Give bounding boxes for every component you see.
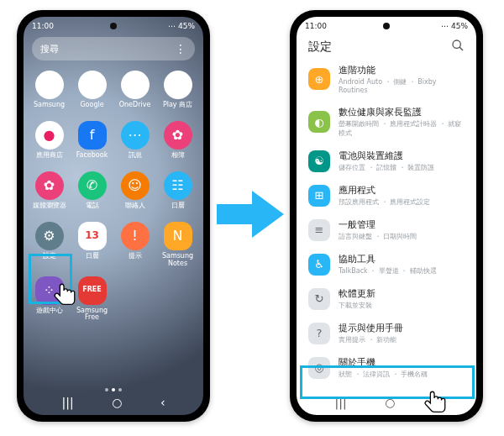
app-phone[interactable]: ✆電話 (71, 171, 113, 213)
home-button[interactable]: ○ (112, 396, 122, 409)
back-button[interactable]: ‹ (433, 396, 438, 409)
page-indicator (24, 388, 203, 391)
home-button[interactable]: ○ (385, 396, 395, 409)
search-bar[interactable]: 搜尋 ⋮ (32, 37, 195, 60)
app-grid: ▦Samsung ▦Google ☁OneDrive ▶Play 商店 ●應用商… (24, 66, 203, 323)
contact-icon: ☺ (121, 171, 150, 200)
flower-icon: ✿ (35, 171, 64, 200)
setting-advanced[interactable]: ⊕進階功能Android Auto ・ 側鍵 ・ Bixby Routines (300, 58, 473, 100)
app-galaxystore[interactable]: ●應用商店 (29, 121, 70, 163)
app-onedrive[interactable]: ☁OneDrive (114, 71, 155, 113)
general-icon: ≡ (308, 219, 330, 241)
app-samsungfree[interactable]: FREESamsung Free (71, 276, 113, 323)
svg-point-0 (453, 40, 460, 48)
search-placeholder: 搜尋 (40, 43, 59, 55)
tips-icon: ? (308, 323, 330, 344)
app-calendar[interactable]: 13日曆 (71, 222, 113, 268)
app-samsung[interactable]: ▦Samsung (29, 71, 70, 113)
setting-general[interactable]: ≡一般管理語言與鍵盤 ・ 日期與時間 (300, 213, 473, 247)
free-icon: FREE (78, 276, 107, 305)
folder-icon: ▦ (78, 71, 107, 99)
setting-tips[interactable]: ?提示與使用手冊實用提示 ・ 新功能 (300, 316, 473, 350)
app-messages[interactable]: ⋯訊息 (114, 121, 155, 163)
play-icon: ▶ (164, 71, 192, 99)
app-gamelauncher[interactable]: ⁘遊戲中心 (29, 276, 70, 323)
app-tips[interactable]: !提示 (114, 222, 155, 268)
bulb-icon: ! (121, 222, 150, 250)
update-icon: ↻ (308, 288, 330, 310)
app-google[interactable]: ▦Google (71, 71, 113, 113)
page-title: 設定 (308, 39, 332, 55)
overflow-icon[interactable]: ⋮ (175, 43, 186, 55)
app-contacts[interactable]: ☺聯絡人 (114, 171, 155, 213)
app-playstore[interactable]: ▶Play 商店 (157, 71, 198, 113)
cloud-icon: ☁ (121, 71, 150, 99)
front-camera (110, 23, 117, 29)
app-gallery[interactable]: ✿相簿 (157, 121, 198, 163)
facebook-icon: f (78, 121, 107, 150)
arrow-right-icon (217, 189, 284, 239)
settings-list: ⊕進階功能Android Auto ・ 側鍵 ・ Bixby Routines … (297, 58, 476, 397)
recent-button[interactable]: ||| (335, 396, 347, 409)
apps-icon: ⊞ (308, 185, 330, 207)
setting-wellbeing[interactable]: ◐數位健康與家長監護螢幕開啟時間 ・ 應用程式計時器 ・ 就寢模式 (300, 100, 473, 144)
advanced-icon: ⊕ (308, 68, 330, 90)
folder-icon: ▦ (35, 71, 64, 99)
bag-icon: ● (35, 121, 64, 150)
recent-button[interactable]: ||| (62, 396, 74, 409)
app-calendar2[interactable]: ☷日曆 (157, 171, 198, 213)
search-icon[interactable] (451, 39, 465, 55)
battery-icon: ☯ (308, 150, 330, 172)
nav-bar: ||| ○ ‹ (24, 393, 203, 412)
status-time: 11:00 (305, 22, 327, 30)
nav-bar: ||| ○ ‹ (297, 393, 476, 412)
app-notes[interactable]: NSamsung Notes (157, 222, 198, 268)
phone-left: 11:00 ⋯45% 搜尋 ⋮ ▦Samsung ▦Google ☁OneDri… (17, 10, 210, 422)
setting-apps[interactable]: ⊞應用程式預設應用程式 ・ 應用程式設定 (300, 178, 473, 213)
status-time: 11:00 (32, 22, 54, 30)
svg-line-1 (459, 47, 463, 50)
phone-right: 11:00 ⋯45% 設定 ⊕進階功能Android Auto ・ 側鍵 ・ B… (290, 10, 483, 422)
phone-icon: ✆ (78, 171, 107, 200)
app-facebook[interactable]: fFacebook (71, 121, 113, 163)
gear-icon: ⚙ (35, 222, 64, 250)
notes-icon: N (164, 222, 192, 250)
setting-update[interactable]: ↻軟體更新下載並安裝 (300, 281, 473, 316)
app-browser[interactable]: ✿媒體瀏覽器 (29, 171, 70, 213)
grid-icon: ☷ (164, 171, 192, 200)
about-icon: ◎ (308, 357, 330, 379)
gamepad-icon: ⁘ (35, 276, 64, 305)
settings-header: 設定 (297, 34, 476, 58)
app-settings[interactable]: ⚙設定 (29, 222, 70, 268)
setting-accessibility[interactable]: ♿協助工具TalkBack ・ 單聲道 ・ 輔助快選 (300, 247, 473, 281)
message-icon: ⋯ (121, 121, 150, 150)
setting-battery[interactable]: ☯電池與裝置維護儲存位置 ・ 記憶體 ・ 裝置防護 (300, 144, 473, 178)
back-button[interactable]: ‹ (160, 396, 165, 409)
setting-about[interactable]: ◎關於手機狀態 ・ 法律資訊 ・ 手機名稱 (300, 350, 473, 385)
accessibility-icon: ♿ (308, 254, 330, 276)
front-camera (383, 23, 390, 29)
gallery-icon: ✿ (164, 121, 192, 150)
wellbeing-icon: ◐ (308, 111, 330, 133)
calendar-icon: 13 (78, 222, 107, 250)
